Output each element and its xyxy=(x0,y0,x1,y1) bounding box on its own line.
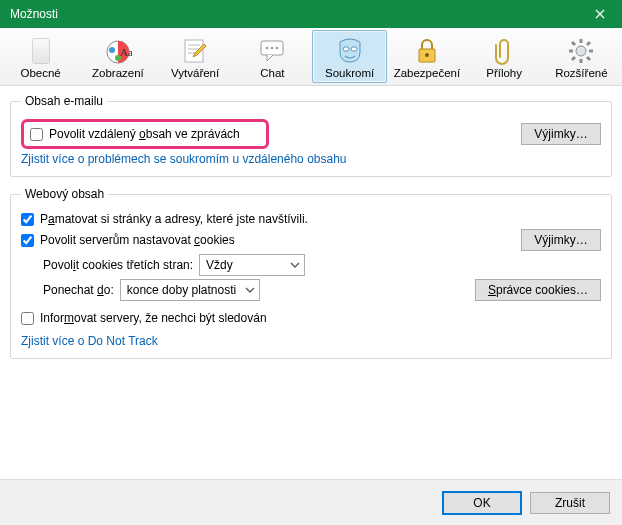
tab-display[interactable]: Aa Zobrazení xyxy=(80,30,155,83)
checkbox-do-not-track-label: Informovat servery, že nechci být sledov… xyxy=(40,311,267,325)
group-email-content: Obsah e-mailu Povolit vzdálený obsah ve … xyxy=(10,94,612,177)
tab-privacy[interactable]: Soukromí xyxy=(312,30,387,83)
close-icon xyxy=(595,9,605,19)
select-keep-until[interactable]: konce doby platnosti xyxy=(120,279,260,301)
link-do-not-track[interactable]: Zjistit více o Do Not Track xyxy=(21,334,158,348)
tab-label: Soukromí xyxy=(325,67,374,79)
svg-point-12 xyxy=(271,47,274,50)
exceptions-button-cookies[interactable]: Výjimky… xyxy=(521,229,601,251)
exceptions-button-email[interactable]: Výjimky… xyxy=(521,123,601,145)
svg-point-3 xyxy=(109,47,115,53)
tab-label: Zobrazení xyxy=(92,67,144,79)
svg-point-17 xyxy=(425,53,429,57)
tab-label: Zabezpečení xyxy=(394,67,461,79)
keep-until-label: Ponechat do: xyxy=(43,283,114,297)
svg-line-25 xyxy=(587,42,590,45)
checkbox-do-not-track[interactable] xyxy=(21,312,34,325)
highlight-box: Povolit vzdálený obsah ve zprávách xyxy=(21,119,269,149)
row-dnt: Informovat servery, že nechci být sledov… xyxy=(21,311,601,325)
compose-icon xyxy=(181,37,209,65)
row-keep-until: Ponechat do: konce doby platnosti Správc… xyxy=(21,279,601,301)
chat-icon xyxy=(258,37,286,65)
chevron-down-icon xyxy=(290,260,300,270)
lock-icon xyxy=(413,37,441,65)
tab-advanced[interactable]: Rozšířené xyxy=(544,30,619,83)
group-web-content: Webový obsah Pamatovat si stránky a adre… xyxy=(10,187,612,359)
window-title: Možnosti xyxy=(10,7,577,21)
svg-point-11 xyxy=(266,47,269,50)
third-party-cookies-label: Povolit cookies třetích stran: xyxy=(43,258,193,272)
svg-line-26 xyxy=(572,57,575,60)
svg-point-18 xyxy=(576,46,586,56)
row-allow-cookies: Povolit serverům nastavovat cookies Výji… xyxy=(21,229,601,251)
tab-label: Obecné xyxy=(20,67,60,79)
tab-label: Vytváření xyxy=(171,67,219,79)
link-remote-content-privacy[interactable]: Zjistit více o problémech se soukromím u… xyxy=(21,152,347,166)
mask-icon xyxy=(336,37,364,65)
titlebar: Možnosti xyxy=(0,0,622,28)
checkbox-allow-remote-content-label: Povolit vzdálený obsah ve zprávách xyxy=(49,127,240,141)
palette-icon: Aa xyxy=(104,37,132,65)
select-third-party-cookies[interactable]: Vždy xyxy=(199,254,305,276)
checkbox-remember-history[interactable] xyxy=(21,213,34,226)
paperclip-icon xyxy=(490,37,518,65)
category-toolbar: Obecné Aa Zobrazení Vytváření Chat Soukr… xyxy=(0,28,622,86)
svg-line-23 xyxy=(572,42,575,45)
tab-security[interactable]: Zabezpečení xyxy=(389,30,464,83)
row-allow-remote: Povolit vzdálený obsah ve zprávách Výjim… xyxy=(21,119,601,149)
select-keep-until-value: konce doby platnosti xyxy=(127,283,236,297)
svg-line-24 xyxy=(587,57,590,60)
tab-compose[interactable]: Vytváření xyxy=(158,30,233,83)
chevron-down-icon xyxy=(245,285,255,295)
svg-point-14 xyxy=(343,47,349,51)
checkbox-allow-cookies[interactable] xyxy=(21,234,34,247)
group-legend: Obsah e-mailu xyxy=(21,94,107,108)
tab-label: Přílohy xyxy=(486,67,522,79)
gear-icon xyxy=(567,37,595,65)
cancel-button[interactable]: Zrušit xyxy=(530,492,610,514)
ok-button[interactable]: OK xyxy=(442,491,522,515)
checkbox-remember-history-label: Pamatovat si stránky a adresy, které jst… xyxy=(40,212,308,226)
group-legend: Webový obsah xyxy=(21,187,108,201)
row-remember-history: Pamatovat si stránky a adresy, které jst… xyxy=(21,212,601,226)
tab-chat[interactable]: Chat xyxy=(235,30,310,83)
row-third-party-cookies: Povolit cookies třetích stran: Vždy xyxy=(21,254,601,276)
page-icon xyxy=(27,37,55,65)
svg-rect-1 xyxy=(33,39,49,63)
checkbox-allow-cookies-label: Povolit serverům nastavovat cookies xyxy=(40,233,235,247)
tab-label: Rozšířené xyxy=(555,67,607,79)
tab-attachments[interactable]: Přílohy xyxy=(467,30,542,83)
select-third-party-value: Vždy xyxy=(206,258,233,272)
manage-cookies-button[interactable]: Správce cookies… xyxy=(475,279,601,301)
svg-point-15 xyxy=(351,47,357,51)
close-button[interactable] xyxy=(577,0,622,28)
dialog-footer: OK Zrušit xyxy=(0,479,622,525)
tab-general[interactable]: Obecné xyxy=(3,30,78,83)
svg-point-13 xyxy=(276,47,279,50)
tab-label: Chat xyxy=(260,67,284,79)
svg-text:Aa: Aa xyxy=(120,46,132,58)
checkbox-allow-remote-content[interactable] xyxy=(30,128,43,141)
content-area: Obsah e-mailu Povolit vzdálený obsah ve … xyxy=(0,86,622,479)
